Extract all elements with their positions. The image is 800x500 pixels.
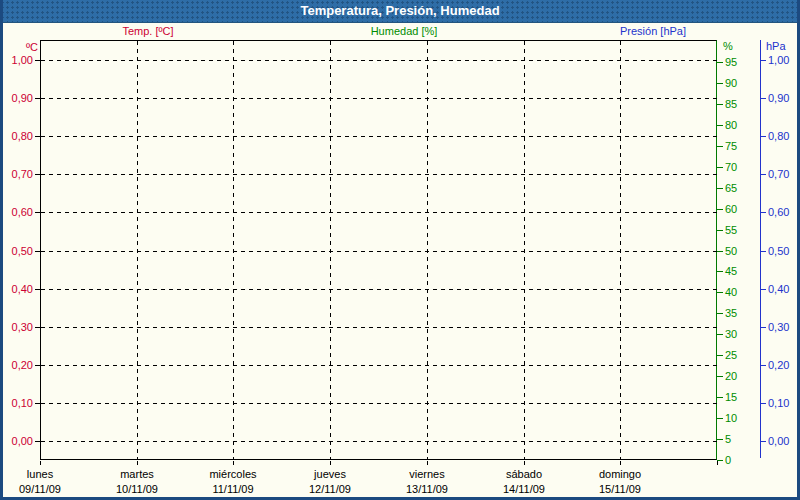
temp-axis-tick [35,212,40,213]
h-gridline [41,174,717,175]
h-gridline [41,365,717,366]
humidity-tick-label: 90 [725,77,737,90]
humidity-tick-label: 55 [725,224,737,237]
h-gridline [41,403,717,404]
temp-tick-label: 1,00 [0,54,33,67]
day-date-label: 14/11/09 [476,483,572,496]
left-axis-unit: ºC [0,41,38,53]
humidity-axis-tick [717,125,723,126]
temp-axis-tick [35,60,40,61]
pressure-axis-unit: hPa [766,40,786,52]
humidity-tick-label: 65 [725,182,737,195]
humidity-axis-tick [717,313,723,314]
humidity-tick-label: 25 [725,349,737,362]
humidity-tick-label: 0 [725,454,731,467]
humidity-tick-label: 30 [725,328,737,341]
pressure-tick-label: 0,90 [768,92,789,105]
chart-window: Temperatura, Presión, Humedad Temp. [ºC]… [0,0,800,500]
day-date-label: 09/11/09 [0,483,88,496]
day-date-label: 13/11/09 [379,483,475,496]
pressure-tick-label: 0,00 [768,435,789,448]
humidity-tick-label: 20 [725,370,737,383]
day-axis-tick [233,461,234,465]
humidity-axis-tick [717,271,723,272]
day-date-label: 12/11/09 [282,483,378,496]
day-name-label: miércoles [185,468,281,481]
humidity-axis-tick [717,167,723,168]
h-gridline [41,327,717,328]
h-gridline [41,136,717,137]
humidity-axis-tick [717,188,723,189]
h-gridline [41,441,717,442]
h-gridline [41,98,717,99]
temp-tick-label: 0,30 [0,321,33,334]
humidity-tick-label: 40 [725,286,737,299]
humidity-tick-label: 95 [725,56,737,69]
temp-tick-label: 0,80 [0,130,33,143]
humidity-axis-tick [717,230,723,231]
day-axis-tick [717,461,718,465]
pressure-tick-label: 1,00 [768,54,789,67]
h-gridline [41,251,717,252]
humidity-tick-label: 80 [725,119,737,132]
window-title: Temperatura, Presión, Humedad [300,3,499,18]
day-axis-tick [330,461,331,465]
temp-tick-label: 0,10 [0,397,33,410]
legend-humidity-label: Humedad [%] [371,25,438,37]
humidity-axis-tick [717,334,723,335]
temp-tick-label: 0,00 [0,435,33,448]
humidity-tick-label: 85 [725,98,737,111]
day-axis-tick [137,461,138,465]
day-axis-tick [524,461,525,465]
pressure-axis-line [760,40,761,458]
v-gridline [620,41,621,460]
pressure-tick-label: 0,20 [768,359,789,372]
day-date-label: 15/11/09 [572,483,668,496]
temp-axis-tick [35,327,40,328]
day-date-label: 11/11/09 [185,483,281,496]
humidity-tick-label: 75 [725,140,737,153]
temp-axis-tick [35,403,40,404]
v-gridline [427,41,428,460]
pressure-tick-label: 0,40 [768,283,789,296]
humidity-axis-tick [717,146,723,147]
humidity-tick-label: 15 [725,391,737,404]
day-name-label: sábado [476,468,572,481]
temp-tick-label: 0,20 [0,359,33,372]
day-date-label: 10/11/09 [89,483,185,496]
humidity-axis-tick [717,83,723,84]
day-axis-tick [40,461,41,465]
humidity-axis-tick [717,104,723,105]
temp-tick-label: 0,40 [0,283,33,296]
humidity-axis-tick [717,376,723,377]
temp-tick-label: 0,70 [0,168,33,181]
temp-tick-label: 0,90 [0,92,33,105]
humidity-axis-tick [717,251,723,252]
day-name-label: viernes [379,468,475,481]
temp-axis-tick [35,174,40,175]
v-gridline [330,41,331,460]
humidity-axis-tick [717,418,723,419]
temp-axis-tick [35,136,40,137]
pressure-tick-label: 0,30 [768,321,789,334]
humidity-axis-tick [717,62,723,63]
day-name-label: martes [89,468,185,481]
pressure-tick-label: 0,80 [768,130,789,143]
temp-axis-tick [35,98,40,99]
temp-axis-tick [35,365,40,366]
temp-axis-tick [35,251,40,252]
h-gridline [41,60,717,61]
humidity-axis-tick [717,439,723,440]
temp-axis-tick [35,441,40,442]
titlebar[interactable]: Temperatura, Presión, Humedad [0,0,800,23]
plot-area [40,40,717,460]
v-gridline [233,41,234,460]
day-axis-tick [427,461,428,465]
humidity-tick-label: 60 [725,203,737,216]
humidity-tick-label: 50 [725,245,737,258]
humidity-tick-label: 70 [725,161,737,174]
v-gridline [137,41,138,460]
pressure-tick-label: 0,70 [768,168,789,181]
pressure-tick-label: 0,60 [768,206,789,219]
humidity-axis-tick [717,355,723,356]
